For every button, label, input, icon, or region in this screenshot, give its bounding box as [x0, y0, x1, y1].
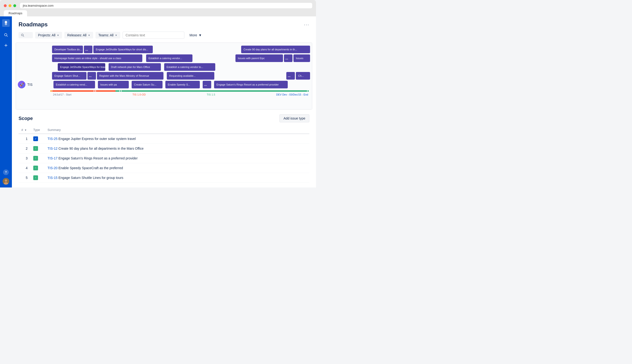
page-header: Roadmaps ···: [12, 16, 316, 32]
jira-logo[interactable]: [2, 19, 10, 28]
bar-issues[interactable]: Issues: [294, 54, 310, 62]
search-box[interactable]: [18, 32, 33, 38]
search-icon[interactable]: [2, 32, 9, 38]
projects-filter-label: Projects: All: [38, 33, 55, 37]
issue-link[interactable]: TIS-12: [48, 146, 58, 150]
table-row: 5 ↑ TIS-15 Engage Saturn Shuttle Lines f…: [18, 173, 309, 183]
bar-developer-toolbox[interactable]: Developer Toolbox do...: [52, 46, 83, 53]
text-filter-input[interactable]: [122, 32, 184, 39]
bar-engage-jetshuttle-short[interactable]: Engage JetShuttle SpaceWays for short di…: [93, 46, 153, 53]
browser-tab[interactable]: Roadmaps: [4, 10, 27, 16]
row-summary: TIS-20 Enable Speedy SpaceCraft as the p…: [45, 163, 309, 173]
issue-link[interactable]: TIS-20: [48, 166, 58, 170]
marker-15: [119, 90, 122, 92]
sidebar: ?: [0, 16, 12, 188]
bar-establish-catering-vendor[interactable]: Establish a catering vendor...: [146, 54, 192, 62]
bar-register-mars[interactable]: Register with the Mars Ministry of Reven…: [97, 72, 164, 80]
row-num: 5: [18, 173, 30, 183]
header-more-button[interactable]: ···: [304, 22, 309, 27]
svg-point-6: [5, 180, 7, 182]
type-icon-story: ↑: [33, 156, 38, 160]
row-num: 3: [18, 154, 30, 163]
row-type: ↑: [30, 163, 45, 173]
table-row: 4 ↑ TIS-20 Enable Speedy SpaceCraft as t…: [18, 163, 309, 173]
traffic-light-yellow[interactable]: [8, 4, 12, 7]
projects-filter[interactable]: Projects: All ▼: [35, 32, 62, 38]
row-num: 4: [18, 163, 30, 173]
type-icon-story: ↑: [33, 146, 38, 151]
col-header-type: Type: [30, 126, 45, 134]
row-summary: TIS-15 Engage Saturn Shuttle Lines for g…: [45, 173, 309, 183]
bar-dots-5[interactable]: ...: [203, 81, 211, 88]
row-summary: TIS-17 Engage Saturn's Rings Resort as a…: [45, 154, 309, 163]
address-bar[interactable]: jira.teamsinspace.com: [20, 3, 312, 8]
type-icon-task: ✓: [33, 136, 38, 141]
bar-dots-4[interactable]: ...: [286, 72, 295, 80]
row-num: 2: [18, 144, 30, 154]
marker-end: [307, 90, 309, 92]
tis-label: 🚀 TIS: [18, 81, 54, 88]
svg-point-1: [4, 34, 7, 36]
bar-dots-3[interactable]: ...: [88, 72, 96, 80]
row-num: 1: [18, 134, 30, 144]
svg-line-2: [7, 36, 8, 36]
search-icon: [21, 34, 24, 37]
releases-chevron-icon: ▼: [88, 34, 90, 36]
issue-link[interactable]: TIS-17: [48, 156, 58, 160]
issue-link[interactable]: TIS-15: [48, 176, 58, 180]
traffic-light-green[interactable]: [13, 4, 16, 7]
table-row: 1 ✓ TIS-25 Engage Jupiter Express for ou…: [18, 134, 309, 144]
issue-link[interactable]: TIS-25: [48, 137, 58, 141]
bar-issues-with-pa[interactable]: Issues with pa: [98, 81, 129, 88]
bar-ch[interactable]: Ch...: [296, 72, 310, 80]
issue-summary: Engage Saturn's Rings Resort as a prefer…: [58, 156, 138, 160]
more-label: More: [190, 33, 197, 37]
more-chevron-icon: ▼: [199, 33, 202, 37]
table-row: 2 ↑ TIS-12 Create 90 day plans for all d…: [18, 144, 309, 154]
bar-create-saturn-su[interactable]: Create Saturn Su...: [132, 81, 162, 88]
roadmap-area: Developer Toolbox do... ... Engage JetSh…: [16, 42, 312, 110]
timeline-row-2: Homepage footer uses an inline style - s…: [18, 54, 310, 62]
user-avatar[interactable]: [2, 178, 9, 184]
bar-engage-jetshuttle-travel[interactable]: Engage JetShuttle SpaceWays for travel: [58, 63, 105, 71]
add-icon[interactable]: [2, 42, 9, 49]
bar-dots-2[interactable]: ...: [284, 54, 292, 62]
timeline-footer: 24/Jul/17 - Start TIS 1.0-OD TIS 1.5 DEV…: [18, 92, 310, 97]
timeline-15-label: TIS 1.5: [207, 93, 215, 96]
bar-requesting[interactable]: Requesting avaliable...: [167, 72, 214, 80]
bar-establish-catering-vend[interactable]: Establish a catering vend...: [54, 81, 95, 88]
issue-summary: Engage Jupiter Express for outer solar s…: [58, 137, 136, 141]
scope-table: # ▼ Type Summary 1 ✓ TIS-25 Engage Jupit…: [18, 126, 309, 183]
projects-chevron-icon: ▼: [57, 34, 59, 36]
bar-create-90-day[interactable]: Create 90 day plans for all departments …: [241, 46, 310, 53]
col-header-num[interactable]: # ▼: [18, 126, 30, 134]
more-button[interactable]: More ▼: [187, 32, 205, 38]
scope-header: Scope Add issue type: [18, 114, 309, 122]
traffic-light-red[interactable]: [4, 4, 7, 7]
toolbar: Projects: All ▼ Releases: All ▼ Teams: A…: [12, 32, 316, 42]
issue-summary: Engage Saturn Shuttle Lines for group to…: [58, 176, 123, 180]
timeline-row-4: Engage Saturn Shut... ... Register with …: [18, 72, 310, 80]
releases-filter-label: Releases: All: [67, 33, 86, 37]
bar-dots-1[interactable]: ...: [84, 46, 92, 53]
row-type: ↑: [30, 173, 45, 183]
timeline-od-label: TIS 1.0-OD: [132, 93, 146, 96]
bar-establish-catering-to[interactable]: Establish a catering vendor to...: [164, 63, 215, 71]
row-type: ↑: [30, 144, 45, 154]
bar-draft-network[interactable]: Draft network plan for Mars Office: [108, 63, 161, 71]
timeline-end-label: DEV Dev - 03/Dec/15 - End: [276, 93, 308, 96]
add-issue-type-button[interactable]: Add issue type: [280, 114, 309, 122]
timeline-row-5: Establish a catering vend... Issues with…: [54, 81, 310, 88]
bar-enable-speedy[interactable]: Enable Speedy S...: [165, 81, 200, 88]
timeline-row-1: Developer Toolbox do... ... Engage JetSh…: [18, 46, 310, 53]
teams-filter[interactable]: Teams: All ▼: [96, 32, 120, 38]
bar-engage-saturn-shut[interactable]: Engage Saturn Shut...: [52, 72, 86, 80]
bar-engage-saturns-rings[interactable]: Engage Saturn's Rings Resort as a prefer…: [214, 81, 288, 88]
table-row: 3 ↑ TIS-17 Engage Saturn's Rings Resort …: [18, 154, 309, 163]
bar-issues-parent[interactable]: Issues with parent Eipc: [236, 54, 283, 62]
help-button[interactable]: ?: [3, 170, 9, 175]
releases-filter[interactable]: Releases: All ▼: [64, 32, 93, 38]
bar-homepage-footer[interactable]: Homepage footer uses an inline style - s…: [52, 54, 142, 62]
scope-section: Scope Add issue type # ▼ Type Summary: [12, 110, 316, 188]
col-header-summary: Summary: [45, 126, 309, 134]
